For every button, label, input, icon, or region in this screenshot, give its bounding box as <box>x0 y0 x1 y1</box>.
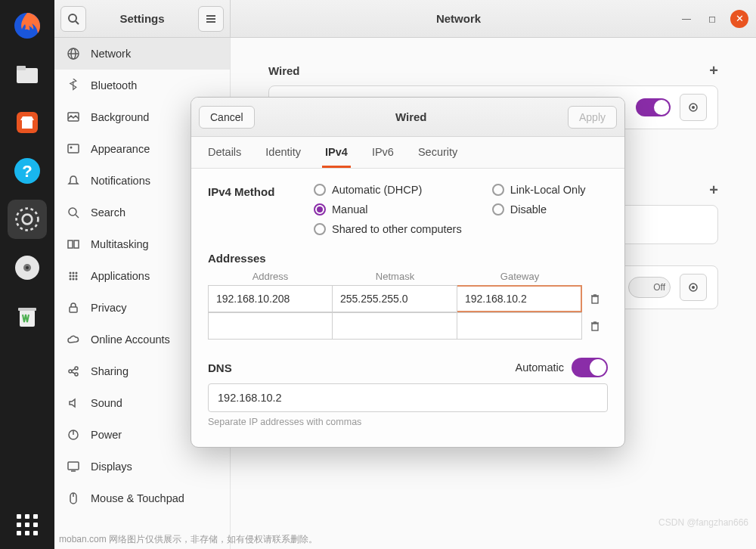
sidebar-item-label: Power <box>91 429 122 441</box>
svg-point-40 <box>75 367 78 370</box>
dock-disc[interactable] <box>8 248 47 287</box>
svg-rect-46 <box>68 462 79 470</box>
sidebar-item-label: Displays <box>91 461 132 473</box>
share-icon <box>67 364 80 378</box>
sidebar-item-displays[interactable]: Displays <box>54 451 230 482</box>
sidebar-item-label: Network <box>91 48 131 60</box>
dns-input[interactable] <box>208 383 608 412</box>
svg-rect-13 <box>18 308 36 311</box>
radio-shared-to-other-computers[interactable]: Shared to other computers <box>314 223 462 235</box>
proxy-toggle[interactable]: Off <box>628 277 671 298</box>
svg-point-53 <box>692 286 695 289</box>
dns-automatic-toggle[interactable] <box>572 358 608 377</box>
svg-point-39 <box>69 370 72 373</box>
dns-automatic-label: Automatic <box>516 361 564 374</box>
settings-title: Settings <box>91 12 194 25</box>
radio-icon <box>492 203 504 216</box>
proxy-settings-button[interactable] <box>680 274 707 301</box>
svg-text:?: ? <box>22 162 32 181</box>
dock-trash[interactable] <box>8 296 47 336</box>
radio-icon <box>314 223 326 235</box>
addr-gateway-input[interactable] <box>457 312 582 340</box>
radio-icon <box>314 203 326 216</box>
radio-disable[interactable]: Disable <box>492 203 586 216</box>
sidebar-item-label: Privacy <box>91 302 127 314</box>
dock-firefox[interactable] <box>8 6 47 45</box>
dialog-tabs: DetailsIdentityIPv4IPv6Security <box>191 137 624 169</box>
wired-toggle[interactable] <box>636 98 671 116</box>
sidebar-item-mouse-touchpad[interactable]: Mouse & Touchpad <box>54 482 230 514</box>
addr-header: Gateway <box>457 268 582 285</box>
dock-files[interactable] <box>8 54 47 94</box>
svg-point-34 <box>76 275 78 278</box>
sidebar-item-network[interactable]: Network <box>54 38 230 70</box>
bottom-caption: moban.com 网络图片仅供展示，非存储，如有侵权请联系删除。 <box>59 533 318 546</box>
close-button[interactable]: ✕ <box>730 10 748 28</box>
svg-rect-54 <box>592 296 598 303</box>
dock-software[interactable] <box>8 103 47 142</box>
addr-netmask-input[interactable] <box>333 285 457 312</box>
svg-point-14 <box>69 14 76 22</box>
wired-section-title: Wired <box>268 64 300 77</box>
svg-point-30 <box>73 272 75 274</box>
svg-rect-57 <box>592 324 598 330</box>
addr-netmask-input[interactable] <box>333 312 457 340</box>
radio-automatic-dhcp-[interactable]: Automatic (DHCP) <box>314 184 462 196</box>
delete-row-button[interactable] <box>582 312 608 340</box>
add-wired-button[interactable]: + <box>709 62 718 79</box>
svg-point-41 <box>75 373 78 376</box>
radio-link-local-only[interactable]: Link-Local Only <box>492 184 586 196</box>
tab-security[interactable]: Security <box>415 137 460 168</box>
svg-point-32 <box>70 275 72 278</box>
radio-label: Link-Local Only <box>510 184 586 196</box>
dns-hint: Separate IP addresses with commas <box>208 417 608 427</box>
connection-dialog: Cancel Wired Apply DetailsIdentityIPv4IP… <box>191 97 625 448</box>
wired-settings-button[interactable] <box>680 94 707 121</box>
radio-icon <box>314 184 326 196</box>
hamburger-button[interactable] <box>198 6 224 32</box>
background-icon <box>67 110 80 124</box>
sidebar-item-label: Sound <box>91 397 122 409</box>
delete-row-button[interactable] <box>582 285 608 312</box>
svg-rect-27 <box>68 240 73 248</box>
add-connection-button[interactable]: + <box>709 181 718 199</box>
svg-point-25 <box>69 208 76 216</box>
tab-ipv6[interactable]: IPv6 <box>369 137 397 168</box>
radio-manual[interactable]: Manual <box>314 203 462 216</box>
window-title: Network <box>238 12 679 25</box>
radio-label: Automatic (DHCP) <box>332 184 422 196</box>
svg-point-33 <box>73 275 75 278</box>
cancel-button[interactable]: Cancel <box>199 106 255 129</box>
tab-details[interactable]: Details <box>205 137 244 168</box>
svg-point-7 <box>23 215 33 225</box>
sidebar-item-label: Sharing <box>91 365 129 377</box>
addr-gateway-input[interactable] <box>457 285 582 312</box>
radio-label: Manual <box>332 203 368 216</box>
sidebar-item-label: Bluetooth <box>91 79 137 92</box>
svg-rect-38 <box>70 307 77 312</box>
svg-rect-28 <box>74 240 79 248</box>
sidebar-item-label: Appearance <box>91 143 150 155</box>
svg-line-26 <box>76 215 79 218</box>
sidebar-item-label: Multitasking <box>91 238 149 250</box>
tab-ipv4[interactable]: IPv4 <box>322 137 351 168</box>
ipv4-method-label: IPv4 Method <box>208 184 291 198</box>
svg-line-15 <box>76 21 79 24</box>
dock-apps-grid[interactable] <box>17 514 38 535</box>
minimize-button[interactable]: — <box>679 11 694 26</box>
mouse-icon <box>67 492 80 505</box>
dialog-title: Wired <box>255 110 568 123</box>
maximize-button[interactable]: ◻ <box>705 11 720 26</box>
power-icon <box>67 428 80 442</box>
dock-help[interactable]: ? <box>8 151 47 191</box>
tab-identity[interactable]: Identity <box>262 137 304 168</box>
apply-button[interactable]: Apply <box>568 106 617 129</box>
search-button[interactable] <box>60 6 86 32</box>
watermark: CSDN @fangzhan666 <box>658 517 748 528</box>
addresses-label: Addresses <box>208 252 608 265</box>
dock-settings[interactable] <box>8 200 47 239</box>
addr-header: Netmask <box>333 268 457 285</box>
addr-address-input[interactable] <box>208 312 333 340</box>
dns-label: DNS <box>208 361 232 374</box>
addr-address-input[interactable] <box>208 285 333 312</box>
